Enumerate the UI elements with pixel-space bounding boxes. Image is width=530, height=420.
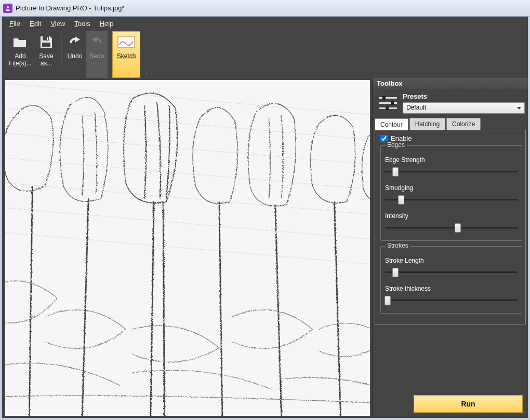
add-file-label-1: Add — [15, 52, 25, 60]
undo-icon — [66, 35, 84, 49]
smudging-label: Smudging — [385, 184, 518, 192]
menu-edit[interactable]: Edit — [30, 20, 41, 28]
edge-strength-slider[interactable] — [385, 167, 518, 177]
tab-contour[interactable]: Contour — [375, 118, 408, 130]
svg-rect-2 — [47, 37, 48, 40]
tab-body-contour: Enable Edges Edge Strength Smudging Inte… — [375, 130, 526, 324]
smudging-slider[interactable] — [385, 195, 518, 205]
intensity-label: Intensity — [385, 212, 518, 220]
menu-view[interactable]: View — [50, 20, 65, 28]
menu-tools[interactable]: Tools — [74, 20, 90, 28]
toolbox-title: Toolbox — [373, 78, 528, 89]
run-button[interactable]: Run — [414, 395, 523, 413]
toolbox-panel: Toolbox Presets Default Contour Hatching… — [372, 78, 528, 418]
svg-point-0 — [7, 6, 9, 8]
edges-group: Edges Edge Strength Smudging Intensity — [380, 145, 522, 241]
presets-label: Presets — [403, 92, 525, 100]
canvas-area — [2, 78, 372, 418]
edges-legend: Edges — [385, 141, 407, 148]
toolbar-separator — [110, 34, 110, 66]
stroke-length-slider[interactable] — [385, 267, 518, 278]
edge-strength-label: Edge Strength — [385, 156, 518, 164]
stroke-thickness-slider[interactable] — [385, 295, 518, 306]
app-icon — [3, 4, 12, 13]
presets-value: Default — [406, 104, 426, 111]
tab-hatching[interactable]: Hatching — [409, 118, 445, 130]
sketch-icon — [117, 35, 135, 49]
svg-rect-9 — [382, 96, 386, 100]
menu-help[interactable]: Help — [100, 20, 114, 28]
stroke-length-label: Stroke Length — [385, 257, 518, 264]
save-as-button[interactable]: Saveas... — [33, 31, 59, 78]
redo-icon — [88, 35, 105, 49]
redo-button[interactable]: Redo — [86, 31, 108, 78]
image-canvas[interactable] — [5, 80, 370, 416]
save-as-label-2: as... — [41, 60, 52, 67]
strokes-group: Strokes Stroke Length Stroke thickness — [380, 246, 522, 314]
toolbar: AddFile(s)... Saveas... Undo Redo Sketch… — [2, 30, 528, 78]
undo-button[interactable]: Undo — [64, 31, 86, 78]
svg-rect-6 — [379, 97, 397, 99]
menu-file[interactable]: File — [9, 20, 20, 28]
presets-dropdown[interactable]: Default — [403, 102, 525, 114]
add-file-button[interactable]: AddFile(s)... — [7, 31, 33, 78]
strokes-legend: Strokes — [385, 242, 410, 249]
presets-icon — [379, 94, 398, 113]
folder-open-icon — [11, 35, 29, 49]
title-bar: Picture to Drawing PRO - Tulips.jpg* — [0, 0, 530, 17]
svg-rect-3 — [42, 43, 50, 47]
tab-colorize[interactable]: Colorize — [446, 118, 481, 130]
sketch-button[interactable]: Sketch — [112, 31, 140, 78]
stroke-thickness-label: Stroke thickness — [385, 285, 518, 292]
svg-rect-11 — [386, 106, 389, 110]
toolbar-separator — [61, 34, 62, 66]
svg-rect-10 — [391, 101, 394, 105]
window-title: Picture to Drawing PRO - Tulips.jpg* — [16, 4, 125, 12]
svg-rect-7 — [379, 102, 397, 104]
save-icon — [37, 35, 55, 49]
sketch-label: Sketch — [117, 52, 136, 60]
intensity-slider[interactable] — [385, 223, 518, 233]
toolbar-grip: ⋮⋮ — [144, 72, 148, 78]
menu-bar: File Edit View Tools Help — [2, 17, 528, 30]
toolbox-tabs: Contour Hatching Colorize — [373, 116, 528, 130]
